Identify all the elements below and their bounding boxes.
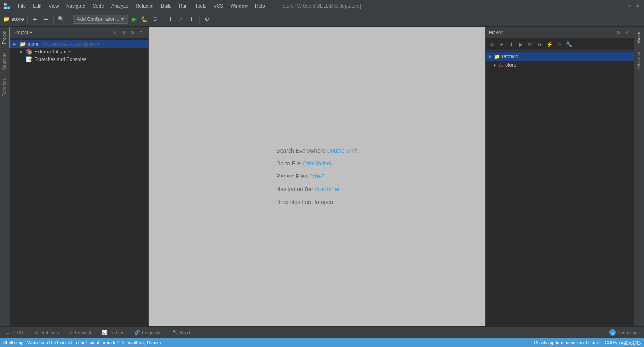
editor-area[interactable]: Search Everywhere Double Shift Go to Fil… [149, 27, 485, 326]
right-sidebar-tabs: Maven Database [634, 27, 644, 326]
profiles-folder-icon: 📁 [494, 53, 500, 59]
vcs-update-icon[interactable]: ⬇ [166, 15, 175, 24]
no-thanks-link[interactable]: No, Thanks [138, 340, 161, 345]
tree-label-scratches: Scratches and Consoles [34, 57, 86, 62]
tab-build[interactable]: 🔨 Build [169, 329, 193, 336]
tab-endpoints[interactable]: 🔗 Endpoints [131, 329, 165, 336]
maven-refresh-icon[interactable]: ↻ [487, 40, 496, 49]
project-label: 📁 store [3, 16, 24, 22]
sidebar-tab-project[interactable]: Project [0, 27, 10, 48]
hint-search-shortcut: Double Shift [327, 147, 357, 154]
tree-item-scratches[interactable]: 📝 Scratches and Consoles [10, 55, 148, 63]
menu-tools[interactable]: Tools [192, 2, 210, 10]
sidebar-tab-structure[interactable]: Structure [0, 48, 10, 74]
debug-button[interactable]: 🐛 [140, 15, 149, 24]
todo-label: TODO [10, 330, 23, 335]
menu-code[interactable]: Code [89, 2, 107, 10]
maven-skip-icon[interactable]: ⏭ [536, 40, 544, 49]
settings-icon[interactable]: ⚙ [203, 15, 212, 24]
menu-file[interactable]: File [15, 2, 29, 10]
vcs-push-icon[interactable]: ⬆ [187, 15, 196, 24]
maven-row-profiles[interactable]: ▶ 📁 Profiles [486, 52, 634, 61]
maven-tree: ▶ 📁 Profiles ▶ 🗂 store [486, 51, 634, 326]
right-tab-database[interactable]: Database [634, 48, 644, 75]
maven-panel-title: Maven [489, 30, 503, 35]
maven-toggle-icon[interactable]: ⚡ [545, 40, 554, 49]
event-log-count-badge: 1 [609, 329, 616, 336]
coverage-button[interactable]: 🛡 [151, 15, 159, 24]
add-configuration-button[interactable]: Add Configuration... ▾ [73, 15, 128, 24]
maven-row-store[interactable]: ▶ 🗂 store [486, 61, 634, 69]
hint-goto: Go to File Ctrl+Shift+N [276, 160, 357, 167]
tree-item-external-libs[interactable]: ▶ 📚 External Libraries [10, 48, 148, 55]
toolbar-separator-4 [163, 15, 163, 23]
project-close-button[interactable]: ✕ [137, 29, 145, 37]
endpoints-label: Endpoints [142, 330, 161, 335]
menu-refactor[interactable]: Refactor [132, 2, 157, 10]
tab-terminal[interactable]: > Terminal [67, 329, 94, 336]
ext-libs-icon: 📚 [26, 49, 33, 55]
project-folder-icon: 📁 [3, 16, 10, 22]
tab-problems[interactable]: ⚠ Problems [31, 329, 62, 336]
tab-profiler[interactable]: 📊 Profiler [99, 329, 126, 336]
profiler-label: Profiler [109, 330, 123, 335]
shell-script-text: Shell script: Would you like to install … [3, 340, 125, 345]
build-icon: 🔨 [173, 330, 178, 335]
build-label: Build [180, 330, 190, 335]
install-link[interactable]: Install [125, 340, 137, 345]
minimize-button[interactable]: ─ [618, 3, 625, 9]
hint-search-text: Search Everywhere [276, 147, 327, 154]
menu-edit[interactable]: Edit [30, 2, 45, 10]
menu-help[interactable]: Help [252, 2, 268, 10]
maven-tools-icon[interactable]: 🔧 [565, 40, 573, 49]
project-tree: ▶ 📁 store C:\Users\DELL\Desktop\store ▶ … [10, 39, 148, 326]
run-button[interactable]: ▶ [130, 15, 139, 24]
hint-recent: Recent Files Ctrl+E [276, 173, 357, 180]
menu-window[interactable]: Window [227, 2, 251, 10]
restore-button[interactable]: □ [626, 3, 633, 9]
menu-analyze[interactable]: Analyze [108, 2, 132, 10]
menu-vcs[interactable]: VCS [210, 2, 227, 10]
right-tab-maven[interactable]: Maven [634, 27, 644, 48]
content-area: Project Structure Favorites Project ▾ ⊞ … [0, 27, 644, 326]
maven-add-icon[interactable]: + [497, 40, 506, 49]
bottom-status-text: Shell script: Would you like to install … [3, 340, 161, 345]
menu-build[interactable]: Build [158, 2, 175, 10]
project-panel-header: Project ▾ ⊞ ⊟ ⚙ ✕ [10, 27, 148, 39]
maven-execute-icon[interactable]: ▶ [516, 40, 525, 49]
menu-view[interactable]: View [45, 2, 62, 10]
config-dropdown-icon: ▾ [121, 16, 124, 22]
main-toolbar: 📁 store ↩ ↪ 🔍 Add Configuration... ▾ ▶ 🐛… [0, 12, 644, 27]
close-button[interactable]: ✕ [634, 3, 641, 9]
tree-item-store[interactable]: ▶ 📁 store C:\Users\DELL\Desktop\store [10, 40, 148, 48]
menu-run[interactable]: Run [176, 2, 191, 10]
maven-profiles-label: Profiles [502, 54, 518, 59]
left-sidebar-tabs: Project Structure Favorites [0, 27, 10, 326]
maven-m-icon[interactable]: m [526, 40, 535, 49]
collapse-all-button[interactable]: ⊟ [119, 29, 127, 37]
tab-event-log[interactable]: 1 Event Log [606, 329, 641, 337]
title-bar-left: 🏪 File Edit View Navigate Code Analyze R… [3, 2, 268, 10]
hint-navbar-text: Navigation Bar [276, 186, 314, 192]
vcs-commit-icon[interactable]: ✓ [177, 15, 185, 24]
undo-icon[interactable]: ↩ [31, 15, 40, 24]
expand-all-button[interactable]: ⊞ [110, 29, 118, 37]
hint-drop-text: Drop files here to open [276, 199, 333, 205]
project-settings-button[interactable]: ⚙ [128, 29, 136, 37]
sidebar-tab-favorites[interactable]: Favorites [0, 74, 10, 100]
add-config-label: Add Configuration... [77, 16, 120, 22]
maven-expand-icon[interactable]: ⇔ [555, 40, 564, 49]
scratches-icon: 📝 [26, 56, 33, 62]
toolbar-separator-5 [199, 15, 200, 23]
maven-settings-button[interactable]: ⚙ [614, 29, 622, 37]
store-folder-icon: 📁 [20, 41, 26, 47]
search-icon[interactable]: 🔍 [57, 15, 66, 24]
maven-download-icon[interactable]: ⬇ [507, 40, 516, 49]
maven-close-button[interactable]: ✕ [623, 29, 631, 37]
tab-todo[interactable]: ≡ TODO [3, 329, 26, 336]
hint-drop: Drop files here to open [276, 199, 357, 205]
redo-icon[interactable]: ↪ [41, 15, 50, 24]
profiles-chevron-icon: ▶ [489, 54, 492, 59]
status-tabs-right: 1 Event Log [606, 329, 641, 337]
menu-navigate[interactable]: Navigate [63, 2, 88, 10]
